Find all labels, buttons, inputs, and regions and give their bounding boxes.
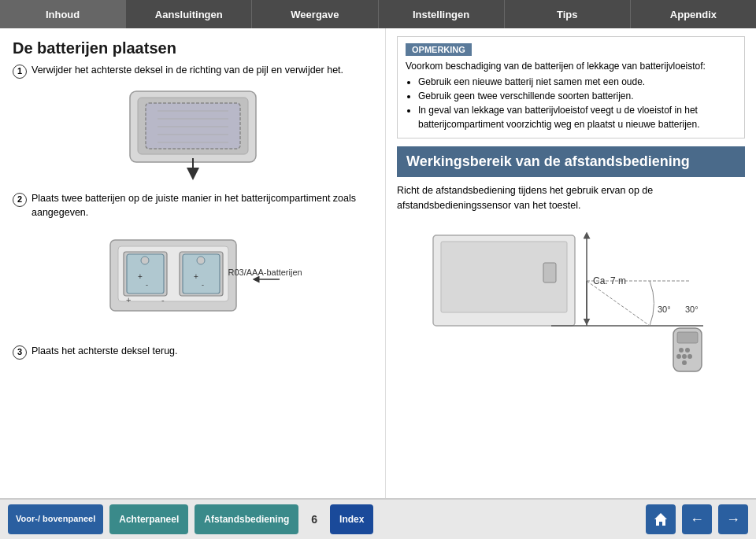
home-button[interactable] (646, 504, 676, 534)
svg-point-37 (685, 348, 690, 353)
nav-tab-weergave[interactable]: Weergave (252, 0, 378, 28)
battery-lid-illustration (13, 83, 372, 184)
svg-point-40 (687, 354, 692, 359)
home-icon (653, 511, 669, 527)
bottom-toolbar: Voor-/ bovenpaneel Achterpaneel Afstands… (0, 498, 756, 539)
svg-text:+: + (126, 295, 131, 305)
step-3-text: Plaats het achterste deksel terug. (32, 345, 178, 359)
remark-title: OPMERKING (406, 43, 472, 56)
svg-text:-: - (202, 281, 204, 289)
section-title: Werkingsbereik van de afstandsbediening (397, 146, 745, 177)
svg-text:-: - (161, 295, 165, 305)
svg-point-14 (141, 257, 149, 264)
battery-insert-illustration: + - + - + - R03/AAA-batterijen (13, 224, 372, 338)
svg-point-41 (682, 360, 687, 365)
step-1-text: Verwijder het achterste deksel in de ric… (32, 64, 343, 78)
main-content: De batterijen plaatsen 1 Verwijder het a… (0, 28, 756, 498)
step-2-text: Plaats twee batterijen op de juiste mani… (32, 192, 372, 220)
battery-arrow (252, 273, 284, 286)
step-3: 3 Plaats het achterste deksel terug. (13, 345, 372, 360)
step-2: 2 Plaats twee batterijen op de juiste ma… (13, 192, 372, 220)
remark-box: OPMERKING Voorkom beschadiging van de ba… (397, 36, 745, 138)
step-1-number: 1 (13, 65, 27, 79)
nav-tab-inhoud[interactable]: Inhoud (0, 0, 126, 28)
svg-point-18 (197, 257, 205, 264)
nav-tab-tips[interactable]: Tips (505, 0, 631, 28)
page-number: 6 (311, 513, 317, 526)
remark-list: Gebruik een nieuwe batterij niet samen m… (406, 75, 736, 131)
index-button[interactable]: Index (330, 504, 373, 534)
svg-point-36 (679, 348, 684, 353)
range-label-text: Ca. 7 m (593, 275, 626, 286)
step-2-area: 2 Plaats twee batterijen op de juiste ma… (13, 192, 372, 338)
range-diagram-svg: Ca. 7 m 30° 30° (421, 220, 721, 373)
svg-text:-: - (146, 281, 148, 289)
prev-button[interactable]: ← (682, 504, 712, 534)
svg-text:30°: 30° (658, 305, 671, 314)
remark-item-1: Gebruik een nieuwe batterij niet samen m… (418, 75, 736, 89)
step-3-number: 3 (13, 345, 27, 360)
svg-point-38 (682, 354, 687, 359)
step-2-number: 2 (13, 193, 27, 207)
battery-lid-svg (114, 83, 272, 184)
nav-tab-appendix[interactable]: Appendix (631, 0, 756, 28)
svg-text:30°: 30° (685, 305, 699, 314)
front-panel-button[interactable]: Voor-/ bovenpaneel (8, 504, 103, 534)
next-button[interactable]: → (718, 504, 748, 534)
top-navigation: Inhoud Aansluitingen Weergave Instelling… (0, 0, 756, 28)
svg-rect-35 (677, 332, 698, 343)
section-description: Richt de afstandsbediening tijdens het g… (397, 183, 745, 213)
range-diagram: Ca. 7 m 30° 30° (397, 220, 745, 373)
remark-item-3: In geval van lekkage van batterijvloeist… (418, 103, 736, 131)
svg-text:+: + (138, 272, 143, 281)
left-panel: De batterijen plaatsen 1 Verwijder het a… (0, 28, 386, 498)
right-panel: OPMERKING Voorkom beschadiging van de ba… (386, 28, 756, 498)
svg-text:+: + (194, 272, 198, 281)
svg-point-39 (676, 354, 681, 359)
nav-tab-aansluitingen[interactable]: Aansluitingen (126, 0, 252, 28)
svg-line-29 (587, 281, 650, 326)
remark-intro: Voorkom beschadiging van de batterijen o… (406, 61, 736, 72)
remark-item-2: Gebruik geen twee verschillende soorten … (418, 89, 736, 103)
remote-control-button[interactable]: Afstandsbediening (195, 504, 298, 534)
svg-rect-26 (543, 263, 556, 282)
nav-tab-instellingen[interactable]: Instellingen (379, 0, 505, 28)
svg-rect-2 (146, 103, 240, 149)
step-1: 1 Verwijder het achterste deksel in de r… (13, 64, 372, 79)
back-panel-button[interactable]: Achterpaneel (109, 504, 188, 534)
page-title: De batterijen plaatsen (13, 39, 372, 57)
